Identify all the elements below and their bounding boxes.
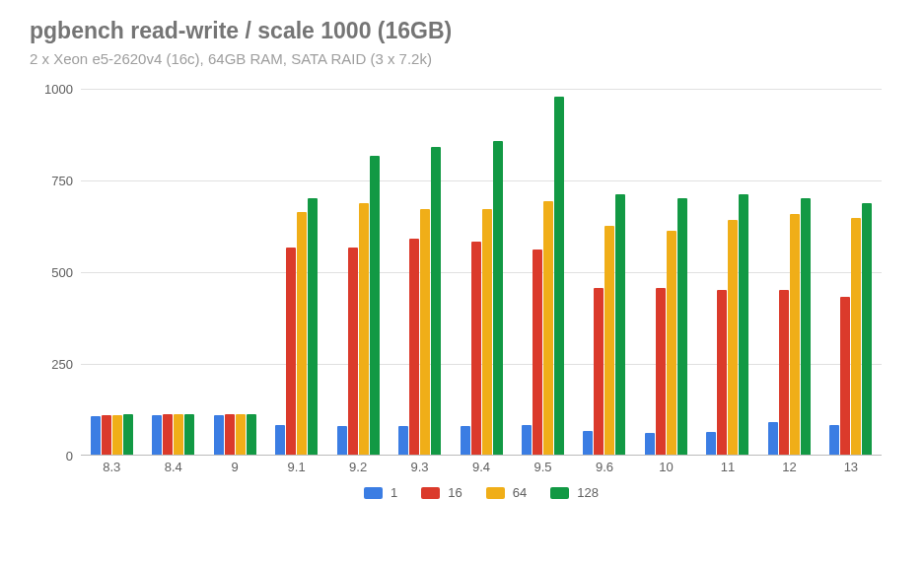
x-tick-label: 9 [204,460,265,474]
x-tick-label: 8.3 [81,460,142,474]
x-tick-label: 11 [697,460,758,474]
bar [409,239,419,455]
bar [102,415,111,455]
legend-swatch [364,487,383,499]
bar-group [697,89,758,455]
bar [91,416,101,455]
legend-label: 128 [577,485,599,500]
bar [862,203,872,455]
x-tick-label: 8.4 [142,460,203,474]
bar [728,220,738,455]
bar [163,414,173,455]
bar [214,415,224,455]
chart-area: 02505007501000 8.38.499.19.29.39.49.59.6… [30,81,888,505]
bar [236,414,246,455]
bar-group [574,89,635,455]
y-tick-label: 1000 [30,82,73,97]
x-tick-label: 9.5 [512,460,573,474]
bar [677,198,687,455]
bar [348,248,358,455]
bar [615,194,625,455]
bar [431,147,441,455]
bar [543,201,553,455]
bar [152,415,162,455]
legend: 11664128 [81,485,882,502]
bar-group [820,89,882,455]
bar [851,218,861,455]
bar [604,226,614,456]
bar [790,214,800,455]
bar [247,414,256,455]
bar [337,426,347,455]
bar-groups [81,89,882,455]
chart-subtitle: 2 x Xeon e5-2620v4 (16c), 64GB RAM, SATA… [30,50,894,67]
bar [225,414,235,455]
x-tick-label: 13 [820,460,882,474]
bar [308,198,318,455]
bar [739,194,748,455]
legend-item: 1 [364,485,397,500]
bar [461,426,470,455]
bar [801,198,811,455]
bar [184,414,194,455]
legend-label: 16 [448,485,462,500]
x-tick-label: 9.2 [327,460,389,474]
bar-group [327,89,389,455]
legend-item: 128 [550,485,599,500]
bar [533,250,542,455]
bar [706,432,716,455]
legend-swatch [550,487,569,499]
bar [471,242,481,455]
bar [359,203,369,455]
chart-container: pgbench read-write / scale 1000 (16GB) 2… [0,0,924,515]
y-tick-label: 0 [30,449,73,464]
bar [840,297,850,455]
bar [522,425,532,455]
bar [112,415,122,455]
bar [656,288,666,455]
x-tick-label: 9.3 [389,460,450,474]
bar [370,156,380,455]
bar [779,290,789,455]
bar-group [81,89,142,455]
bar-group [389,89,450,455]
legend-swatch [421,487,440,499]
x-tick-label: 12 [758,460,819,474]
legend-label: 1 [391,485,397,500]
bar [829,425,839,455]
x-axis-labels: 8.38.499.19.29.39.49.59.610111213 [81,460,882,474]
x-tick-label: 9.6 [574,460,635,474]
bar-group [758,89,819,455]
bar [667,231,676,455]
legend-item: 16 [421,485,462,500]
x-tick-label: 9.4 [451,460,512,474]
plot-area [81,89,882,456]
legend-swatch [486,487,505,499]
bar-group [142,89,203,455]
bar [398,426,408,455]
bar [275,425,285,455]
bar [594,288,604,455]
bar [717,290,727,455]
bar [482,209,492,455]
bar [286,248,296,455]
chart-title: pgbench read-write / scale 1000 (16GB) [30,18,894,44]
bar-group [512,89,573,455]
bar [174,414,183,455]
bar [583,431,593,455]
x-tick-label: 10 [635,460,696,474]
legend-item: 64 [486,485,527,500]
x-tick-label: 9.1 [265,460,326,474]
bar-group [204,89,265,455]
bar [554,97,564,455]
bar-group [265,89,326,455]
bar-group [451,89,512,455]
bar [297,212,307,455]
legend-label: 64 [513,485,527,500]
bar-group [635,89,696,455]
bar [493,141,503,455]
bar [123,414,133,455]
bar [420,209,430,455]
y-tick-label: 250 [30,357,73,372]
y-tick-label: 500 [30,265,73,280]
